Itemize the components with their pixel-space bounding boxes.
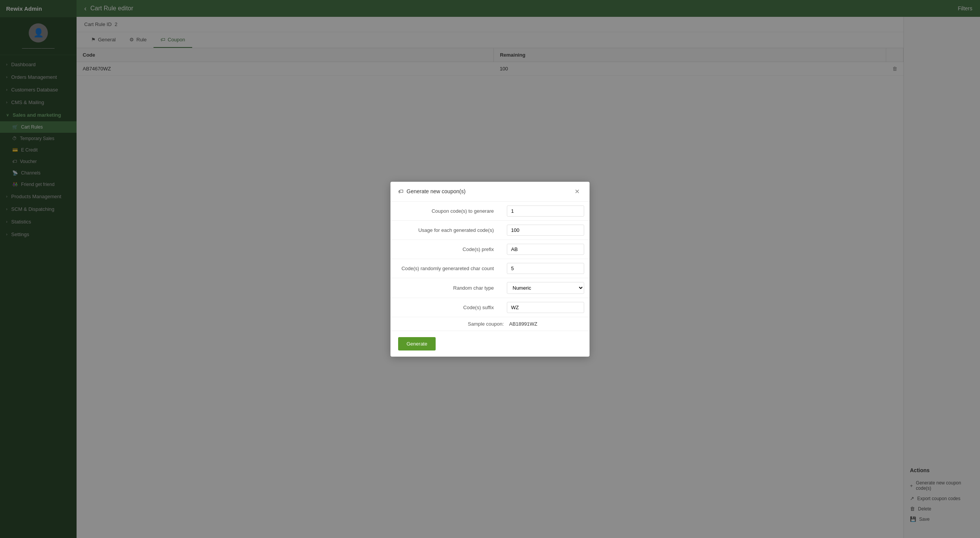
sample-value: AB18991WZ [509, 321, 537, 327]
input-suffix[interactable] [507, 302, 584, 313]
input-qty[interactable] [507, 205, 584, 217]
modal-title-text: Generate new coupon(s) [407, 188, 466, 194]
modal-generate-coupon: 🏷 Generate new coupon(s) ✕ Coupon code(s… [390, 182, 590, 357]
modal-row-prefix: Code(s) prefix [390, 240, 590, 259]
modal-header: 🏷 Generate new coupon(s) ✕ [390, 182, 590, 202]
field-label-suffix: Code(s) suffix [390, 300, 501, 315]
modal-close-button[interactable]: ✕ [572, 187, 582, 196]
input-usage[interactable] [507, 225, 584, 236]
field-label-char-type: Random char type [390, 280, 501, 295]
field-label-qty: Coupon code(s) to generare [390, 204, 501, 218]
modal-footer: Generate [390, 331, 590, 357]
modal-title: 🏷 Generate new coupon(s) [398, 188, 466, 194]
field-label-char-count: Code(s) randomly generareted char count [390, 261, 501, 276]
modal-row-qty: Coupon code(s) to generare [390, 202, 590, 221]
modal-row-char-type: Random char type Numeric Alphabetic Alph… [390, 278, 590, 298]
field-value-suffix [501, 298, 590, 317]
field-label-usage: Usage for each generated code(s) [390, 223, 501, 238]
field-value-usage [501, 221, 590, 240]
modal-tag-icon: 🏷 [398, 188, 403, 194]
input-char-count[interactable] [507, 263, 584, 274]
modal-sample-row: Sample coupon: AB18991WZ [390, 317, 590, 331]
field-value-qty [501, 202, 590, 220]
modal-overlay[interactable]: 🏷 Generate new coupon(s) ✕ Coupon code(s… [0, 0, 980, 538]
modal-row-usage: Usage for each generated code(s) [390, 221, 590, 240]
field-label-prefix: Code(s) prefix [390, 242, 501, 257]
modal-row-char-count: Code(s) randomly generareted char count [390, 259, 590, 278]
select-char-type[interactable]: Numeric Alphabetic Alphanumeric [507, 282, 584, 294]
generate-button[interactable]: Generate [398, 337, 436, 351]
field-value-prefix [501, 240, 590, 259]
input-prefix[interactable] [507, 244, 584, 255]
modal-row-suffix: Code(s) suffix [390, 298, 590, 317]
field-value-char-count [501, 259, 590, 278]
sample-label: Sample coupon: [398, 321, 509, 327]
modal-body: Coupon code(s) to generare Usage for eac… [390, 202, 590, 331]
field-value-char-type: Numeric Alphabetic Alphanumeric [501, 278, 590, 298]
